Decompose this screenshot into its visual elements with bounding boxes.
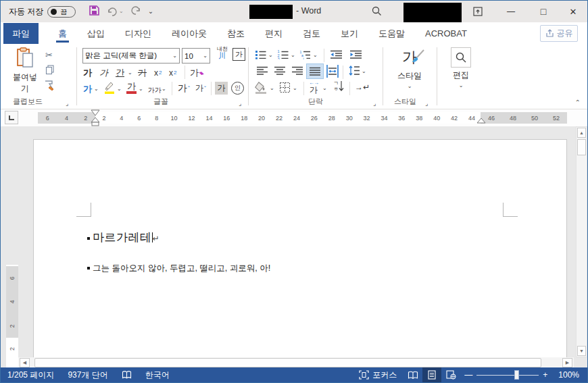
minimize-button[interactable]: — (495, 1, 526, 22)
font-color-dropdown-icon[interactable]: ⌄ (139, 86, 143, 92)
character-border-button[interactable]: 가 (232, 48, 245, 61)
proofing-icon[interactable] (115, 367, 139, 382)
scroll-left-button[interactable]: ◀ (20, 358, 30, 367)
web-layout-button[interactable] (441, 367, 460, 382)
tab-view[interactable]: 보기 (330, 22, 368, 45)
tab-layout[interactable]: 레이아웃 (162, 22, 217, 45)
editing-dropdown-icon[interactable]: ⌄ (441, 83, 481, 88)
read-mode-button[interactable] (403, 367, 422, 382)
character-shading-button[interactable]: 가 (215, 82, 228, 95)
distribute-button[interactable] (326, 64, 339, 81)
sort-button[interactable]: ㄱ ㅎ (333, 80, 344, 92)
tab-selector[interactable] (5, 111, 18, 124)
right-indent-marker[interactable] (476, 118, 487, 124)
clear-formatting-button[interactable]: 가 ▰ (190, 66, 204, 80)
language-indicator[interactable]: 한국어 (139, 367, 176, 382)
tab-home[interactable]: 홈 (48, 22, 77, 45)
undo-button[interactable]: ⌄ (107, 7, 124, 17)
font-name-combo[interactable]: 맑은 고딕(제목 한글) ⌄ (82, 48, 180, 63)
clipboard-dialog-launcher[interactable]: ⌟ (66, 100, 68, 107)
tab-references[interactable]: 참조 (217, 22, 255, 45)
ribbon-display-options-icon[interactable] (472, 6, 483, 20)
underline-button[interactable]: 간 (116, 66, 124, 80)
font-dialog-launcher[interactable]: ⌟ (239, 100, 241, 107)
underline-dropdown-icon[interactable]: ⌄ (128, 70, 132, 76)
tab-insert[interactable]: 삽입 (77, 22, 115, 45)
redo-button[interactable] (130, 5, 141, 18)
bullets-button[interactable] (255, 49, 266, 62)
char-width-dropdown-icon[interactable]: ⌄ (322, 86, 327, 91)
horizontal-scroll-thumb[interactable] (34, 358, 541, 367)
increase-indent-button[interactable] (349, 49, 362, 62)
line-spacing-dropdown-icon[interactable]: ⌄ (362, 69, 366, 74)
autosave-control[interactable]: 자동 저장 끔 (9, 6, 76, 18)
maximize-button[interactable]: □ (528, 1, 559, 22)
text-effects-dropdown-icon[interactable]: ⌄ (94, 86, 99, 92)
bold-button[interactable]: 가 (83, 66, 92, 80)
zoom-out-button[interactable]: — (460, 367, 476, 382)
editing-button[interactable]: 편집 ⌄ (441, 47, 481, 95)
font-size-combo[interactable]: 10 ⌄ (182, 48, 210, 63)
change-case-button[interactable]: 가가 (148, 83, 162, 97)
collapse-ribbon-icon[interactable]: ⌃ (575, 99, 581, 106)
scroll-down-button[interactable]: ▼ (577, 346, 586, 356)
ruler-right-margin[interactable]: 46485052 (481, 112, 567, 124)
tab-design[interactable]: 디자인 (115, 22, 162, 45)
save-icon[interactable] (89, 5, 100, 19)
customize-qat-icon[interactable]: ⌄ (148, 8, 153, 15)
text-effects-button[interactable]: 가 (83, 82, 92, 96)
zoom-level[interactable]: 100% (552, 367, 588, 382)
ruler-left-margin[interactable]: 642 (38, 112, 95, 124)
styles-button[interactable]: 가 스타일 ⌄ (387, 47, 432, 95)
search-icon[interactable] (371, 5, 383, 20)
multilevel-list-button[interactable]: 1ai (299, 49, 311, 62)
styles-dropdown-icon[interactable]: ⌄ (387, 84, 432, 89)
tab-review[interactable]: 검토 (293, 22, 330, 45)
strikethrough-button[interactable]: 가 (138, 66, 147, 80)
bullets-dropdown-icon[interactable]: ⌄ (268, 53, 273, 58)
change-case-dropdown-icon[interactable]: ⌄ (162, 86, 166, 92)
subscript-button[interactable]: x2 (154, 66, 162, 80)
copy-icon[interactable] (45, 65, 55, 78)
close-button[interactable]: ✕ (558, 1, 588, 22)
vertical-scrollbar[interactable]: ▲ ▼ (576, 126, 587, 357)
show-marks-button[interactable]: →↵ (355, 82, 370, 92)
align-left-button[interactable] (256, 66, 268, 78)
ruler-text-area[interactable]: 2468101214161820222426283032343638404244 (95, 112, 481, 124)
numbering-button[interactable]: 123 (277, 49, 289, 62)
font-size-dropdown-icon[interactable]: ⌄ (203, 53, 207, 59)
paragraph-dialog-launcher[interactable]: ⌟ (373, 100, 376, 107)
numbering-dropdown-icon[interactable]: ⌄ (291, 53, 295, 58)
justify-button[interactable] (307, 64, 323, 78)
align-center-button[interactable] (274, 66, 286, 78)
word-count[interactable]: 937개 단어 (61, 367, 114, 382)
share-button[interactable]: 공유 (540, 25, 578, 42)
italic-button[interactable]: 가 (99, 66, 108, 80)
highlight-color-button[interactable] (103, 80, 116, 97)
undo-dropdown-icon[interactable]: ⌄ (119, 9, 124, 14)
tab-help[interactable]: 도움말 (368, 22, 415, 45)
multilevel-dropdown-icon[interactable]: ⌄ (313, 53, 318, 58)
font-color-button[interactable]: 가 (126, 82, 137, 94)
enclose-characters-button[interactable]: 인 (231, 82, 244, 95)
print-layout-button[interactable] (422, 367, 441, 382)
vertical-scroll-thumb[interactable] (577, 139, 586, 155)
highlight-dropdown-icon[interactable]: ⌄ (117, 86, 122, 92)
character-width-button[interactable]: ←→ 가 (309, 80, 318, 94)
vertical-ruler[interactable]: 642 2468101214 (6, 265, 18, 369)
shrink-font-button[interactable]: 가ˇ (195, 81, 206, 95)
zoom-in-button[interactable]: + (539, 367, 552, 382)
borders-dropdown-icon[interactable]: ⌄ (293, 86, 297, 91)
zoom-slider-thumb[interactable] (514, 370, 519, 380)
tab-acrobat[interactable]: ACROBAT (415, 22, 477, 45)
shading-button[interactable] (255, 81, 268, 97)
line-spacing-button[interactable] (348, 65, 360, 79)
cut-icon[interactable]: ✂ (45, 50, 53, 60)
shading-dropdown-icon[interactable]: ⌄ (270, 86, 274, 91)
zoom-slider[interactable] (476, 367, 539, 382)
superscript-button[interactable]: x2 (169, 66, 176, 80)
borders-button[interactable] (279, 82, 291, 96)
autosave-toggle[interactable]: 끔 (47, 6, 76, 18)
body-paragraph[interactable]: 그는 돌아오지 않아, 두렵고, 떨리고, 괴로워, 아! (87, 263, 270, 274)
page-indicator[interactable]: 1/205 페이지 (1, 367, 61, 382)
